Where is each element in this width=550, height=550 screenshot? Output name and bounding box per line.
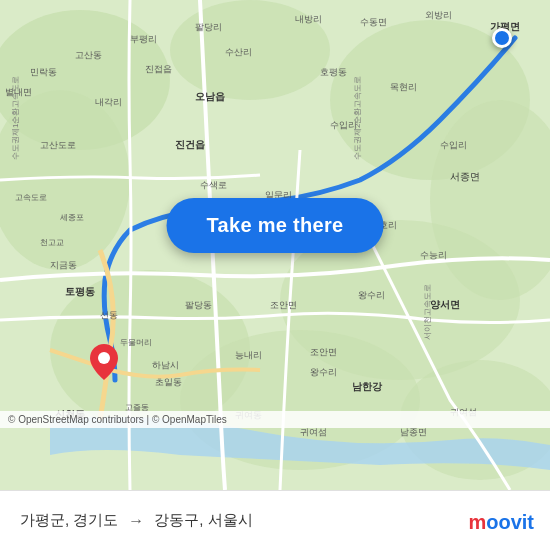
svg-text:초일동: 초일동 [155, 377, 182, 387]
svg-text:왕수리: 왕수리 [358, 290, 385, 300]
svg-text:팔당리: 팔당리 [195, 22, 222, 32]
take-me-there-button[interactable]: Take me there [167, 198, 384, 253]
svg-text:선동: 선동 [100, 310, 118, 320]
svg-text:귀여섬: 귀여섬 [300, 427, 327, 437]
svg-text:내각리: 내각리 [95, 97, 122, 107]
svg-text:조안면: 조안면 [270, 300, 297, 310]
svg-text:남한강: 남한강 [352, 381, 383, 392]
svg-text:수도권제1순환고속도로: 수도권제1순환고속도로 [11, 76, 20, 160]
svg-text:수입리: 수입리 [440, 140, 467, 150]
svg-text:외방리: 외방리 [425, 10, 452, 20]
destination-marker [90, 344, 118, 380]
svg-text:호평동: 호평동 [320, 67, 347, 77]
svg-text:민락동: 민락동 [30, 67, 57, 77]
svg-text:남종면: 남종면 [400, 427, 427, 437]
svg-text:조안면: 조안면 [310, 347, 337, 357]
svg-text:하남시: 하남시 [152, 360, 179, 370]
svg-text:고속도로: 고속도로 [15, 193, 47, 202]
svg-text:수동면: 수동면 [360, 17, 387, 27]
svg-text:오남읍: 오남읍 [195, 91, 225, 102]
svg-text:진접읍: 진접읍 [145, 64, 172, 74]
svg-text:천고교: 천고교 [40, 238, 64, 247]
svg-point-61 [98, 352, 110, 364]
copyright-text: © OpenStreetMap contributors | © OpenMap… [8, 414, 227, 425]
svg-text:서이천고속도로: 서이천고속도로 [423, 284, 432, 340]
start-location-marker [492, 28, 512, 48]
svg-text:왕수리: 왕수리 [310, 367, 337, 377]
svg-text:지금동: 지금동 [50, 260, 77, 270]
copyright-bar: © OpenStreetMap contributors | © OpenMap… [0, 411, 550, 428]
svg-text:내방리: 내방리 [295, 14, 322, 24]
svg-text:수색로: 수색로 [200, 180, 227, 190]
moovit-logo-m: m [468, 511, 486, 533]
moovit-logo: moovit [468, 511, 534, 534]
svg-text:부평리: 부평리 [130, 34, 157, 44]
svg-text:팔당동: 팔당동 [185, 300, 212, 310]
svg-text:수능리: 수능리 [420, 250, 447, 260]
footer: 가평군, 경기도 → 강동구, 서울시 moovit [0, 490, 550, 550]
svg-text:고산동: 고산동 [75, 50, 102, 60]
footer-arrow: → [128, 512, 144, 530]
svg-text:토평동: 토평동 [65, 286, 95, 297]
footer-from-location: 가평군, 경기도 [20, 511, 118, 530]
svg-text:서종면: 서종면 [450, 171, 480, 182]
svg-text:수도권제2순환고속도로: 수도권제2순환고속도로 [353, 76, 362, 160]
svg-text:수산리: 수산리 [225, 47, 252, 57]
svg-text:능내리: 능내리 [235, 350, 262, 360]
svg-text:양서면: 양서면 [430, 299, 460, 310]
moovit-logo-text: oovit [486, 511, 534, 533]
svg-text:고산도로: 고산도로 [40, 140, 76, 150]
svg-text:목현리: 목현리 [390, 82, 417, 92]
map-container: 민락동 고산동 별내면 부평리 팔당리 수산리 내방리 수동면 외방리 가평면 … [0, 0, 550, 490]
svg-text:세종포: 세종포 [60, 213, 84, 222]
footer-to-location: 강동구, 서울시 [154, 511, 252, 530]
svg-text:두물머리: 두물머리 [120, 338, 152, 347]
svg-text:진건읍: 진건읍 [175, 139, 205, 150]
